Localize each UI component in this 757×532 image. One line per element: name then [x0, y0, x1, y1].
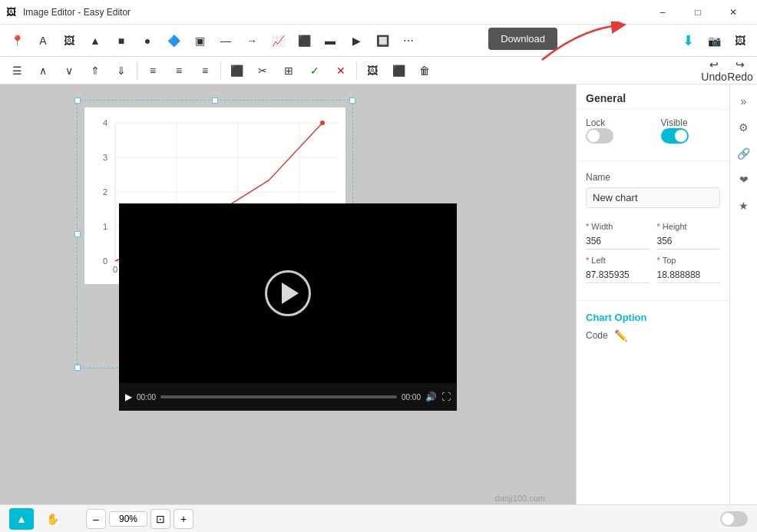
line-tool[interactable]: — — [213, 28, 238, 53]
layer-btn2[interactable]: ⬛ — [386, 58, 411, 83]
download-button[interactable]: ⬇ — [676, 28, 700, 53]
name-section: Name — [577, 164, 729, 222]
shape-rect[interactable]: ■ — [109, 28, 134, 53]
video-controls: ▶ 00:00 00:00 🔊 ⛶ — [119, 383, 457, 411]
titlebar: 🖼 Image Editor - Easy Editor – □ ✕ — [0, 0, 757, 25]
app-icon: 🖼 — [6, 6, 18, 18]
close-button[interactable]: ✕ — [716, 0, 751, 25]
video-screen[interactable] — [119, 203, 457, 383]
arrow-tool[interactable]: → — [240, 28, 264, 53]
image-tool[interactable]: 🖼 — [57, 28, 81, 53]
media-tool[interactable]: ▶ — [344, 28, 369, 53]
volume-button[interactable]: 🔊 — [425, 392, 437, 402]
shape-custom[interactable]: ▣ — [187, 28, 212, 53]
height-label: * Height — [657, 222, 721, 231]
toolbar-secondary: ☰ ∧ ∨ ⇑ ⇓ ≡ ≡ ≡ ⬛ ✂ ⊞ ✓ ✕ 🖼 ⬛ 🗑 ↩ Undo ↪… — [0, 57, 757, 84]
shape-triangle[interactable]: ▲ — [83, 28, 107, 53]
name-input[interactable] — [586, 187, 720, 208]
svg-text:4: 4 — [103, 118, 107, 127]
text-tool[interactable]: A — [31, 28, 55, 53]
align-right-button[interactable]: ≡ — [193, 58, 217, 83]
handle-top-center[interactable] — [212, 97, 218, 104]
more-tool[interactable]: ⋯ — [396, 28, 421, 53]
height-label-text: Height — [663, 222, 687, 231]
fullscreen-button[interactable]: ⛶ — [441, 392, 451, 402]
crop-button[interactable]: ⬛ — [224, 58, 249, 83]
top-label-text: Top — [663, 256, 676, 265]
video-progress-bar[interactable] — [160, 395, 397, 398]
handle-top-left[interactable] — [74, 97, 81, 104]
align-center-button[interactable]: ≡ — [167, 58, 191, 83]
export-image-button[interactable]: 🖼 — [728, 28, 752, 53]
divider1 — [577, 160, 729, 161]
video-play-button[interactable]: ▶ — [125, 392, 132, 402]
download-tooltip: Download — [488, 28, 557, 50]
zoom-value[interactable]: 90% — [109, 511, 147, 527]
canvas-area[interactable]: 4 3 2 1 0 0 ▶ 00:00 — [0, 84, 576, 504]
transform-button[interactable]: ⊞ — [276, 58, 301, 83]
width-input[interactable] — [586, 233, 650, 249]
height-input[interactable] — [657, 233, 721, 249]
fit-button[interactable]: ⊡ — [150, 509, 170, 529]
left-label-text: Left — [591, 256, 605, 265]
maximize-button[interactable]: □ — [680, 0, 716, 25]
divider2 — [577, 300, 729, 301]
svg-text:1: 1 — [103, 222, 107, 231]
left-label: * Left — [586, 256, 650, 265]
strip-star-btn[interactable]: ★ — [732, 193, 756, 218]
handle-mid-left[interactable] — [74, 231, 81, 237]
handle-bot-left[interactable] — [74, 365, 81, 371]
shape-circle[interactable]: ● — [135, 28, 160, 53]
play-icon — [282, 283, 299, 304]
move-top-button[interactable]: ⇑ — [83, 58, 107, 83]
camera-button[interactable]: 📷 — [702, 28, 726, 53]
dimensions-section: * Width * Height * L — [577, 222, 729, 297]
select-tool-button[interactable]: ▲ — [9, 508, 34, 530]
left-input[interactable] — [586, 267, 650, 283]
play-button-circle[interactable] — [265, 270, 311, 316]
undo-button[interactable]: ↩ Undo — [702, 58, 726, 83]
move-down-button[interactable]: ∨ — [57, 58, 81, 83]
strip-share-btn[interactable]: 🔗 — [732, 141, 756, 166]
delete-button[interactable]: 🗑 — [412, 58, 437, 83]
svg-text:0: 0 — [113, 265, 117, 274]
video-tool[interactable]: ▬ — [318, 28, 342, 53]
move-bottom-button[interactable]: ⇓ — [109, 58, 134, 83]
hand-tool-button[interactable]: ✋ — [40, 508, 64, 530]
strip-settings-btn[interactable]: ⚙ — [732, 115, 756, 140]
code-edit-icon[interactable]: ✏️ — [614, 329, 627, 342]
qr-tool[interactable]: 🔲 — [370, 28, 395, 53]
height-field: * Height — [657, 222, 721, 249]
download-tooltip-wrapper: Download — [488, 28, 557, 50]
zoom-in-button[interactable]: + — [174, 509, 193, 529]
video-duration: 00:00 — [402, 393, 421, 401]
move-up-button[interactable]: ∧ — [31, 58, 55, 83]
handle-top-right[interactable] — [349, 97, 355, 104]
cancel-button[interactable]: ✕ — [329, 58, 353, 83]
align-left-button[interactable]: ≡ — [140, 58, 165, 83]
lock-toggle[interactable] — [586, 128, 613, 144]
width-label: * Width — [586, 222, 650, 231]
location-tool[interactable]: 📍 — [5, 28, 29, 53]
image-btn2[interactable]: 🖼 — [360, 58, 385, 83]
name-section-label: Name — [586, 172, 720, 183]
dark-mode-toggle[interactable] — [720, 511, 748, 527]
right-panel: General Lock Visible Name — [576, 84, 729, 504]
layers-button[interactable]: ☰ — [5, 58, 29, 83]
shape-diamond[interactable]: 🔷 — [161, 28, 186, 53]
cut-button[interactable]: ✂ — [250, 58, 275, 83]
strip-bookmark-btn[interactable]: ❤ — [732, 167, 756, 192]
video-current-time: 00:00 — [137, 393, 156, 401]
video-element[interactable]: ▶ 00:00 00:00 🔊 ⛶ — [119, 203, 457, 411]
top-input[interactable] — [657, 267, 721, 283]
zoom-out-button[interactable]: – — [86, 509, 106, 529]
strip-expand-btn[interactable]: » — [732, 89, 756, 114]
toolbar-main: 📍 A 🖼 ▲ ■ ● 🔷 ▣ — → 📈 ⬛ ▬ ▶ 🔲 ⋯ ⬇ 📷 🖼 Do… — [0, 25, 757, 57]
confirm-button[interactable]: ✓ — [302, 58, 327, 83]
top-required-star: * — [657, 256, 663, 265]
table-tool[interactable]: ⬛ — [292, 28, 316, 53]
minimize-button[interactable]: – — [645, 0, 680, 25]
visible-toggle[interactable] — [661, 128, 689, 144]
redo-button[interactable]: ↪ Redo — [728, 58, 752, 83]
chart-tool[interactable]: 📈 — [266, 28, 290, 53]
